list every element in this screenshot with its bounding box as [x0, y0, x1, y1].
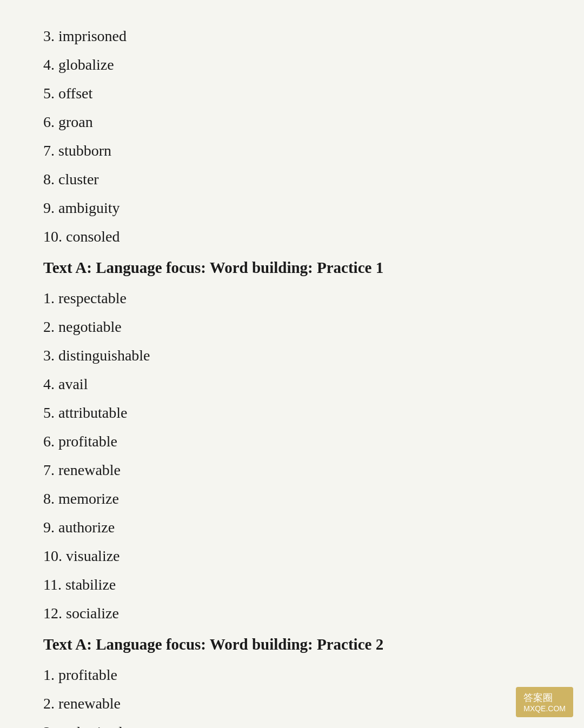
list-item: 5. attributable: [43, 398, 541, 427]
list-item: 9. ambiguity: [43, 193, 541, 222]
list-item: 1. profitable: [43, 660, 541, 689]
list-item: 9. authorize: [43, 513, 541, 542]
list-item: 2. renewable: [43, 689, 541, 718]
section1-heading: Text A: Language focus: Word building: P…: [43, 254, 541, 282]
list-item: 6. profitable: [43, 427, 541, 456]
list-item: 11. stabilize: [43, 570, 541, 599]
list-item: 10. consoled: [43, 222, 541, 251]
intro-list: 3. imprisoned4. globalize5. offset6. gro…: [43, 22, 541, 251]
list-item: 4. globalize: [43, 50, 541, 79]
list-item: 12. socialize: [43, 599, 541, 627]
section2-list: 1. profitable2. renewable3. authorized4.…: [43, 660, 541, 729]
list-item: 2. negotiable: [43, 312, 541, 341]
main-content: 3. imprisoned4. globalize5. offset6. gro…: [43, 22, 541, 728]
watermark-line1: 答案圈: [523, 691, 566, 704]
list-item: 10. visualize: [43, 542, 541, 570]
watermark-badge: 答案圈 MXQE.COM: [516, 687, 573, 717]
list-item: 3. distinguishable: [43, 341, 541, 370]
list-item: 8. memorize: [43, 484, 541, 513]
list-item: 1. respectable: [43, 284, 541, 312]
list-item: 5. offset: [43, 79, 541, 108]
watermark-line2: MXQE.COM: [523, 704, 566, 713]
section1-list: 1. respectable2. negotiable3. distinguis…: [43, 284, 541, 627]
list-item: 8. cluster: [43, 165, 541, 193]
list-item: 6. groan: [43, 108, 541, 136]
list-item: 7. renewable: [43, 456, 541, 484]
list-item: 3. imprisoned: [43, 22, 541, 50]
list-item: 7. stubborn: [43, 136, 541, 165]
list-item: 4. avail: [43, 370, 541, 398]
section2-heading: Text A: Language focus: Word building: P…: [43, 631, 541, 658]
list-item: 3. authorized: [43, 718, 541, 729]
